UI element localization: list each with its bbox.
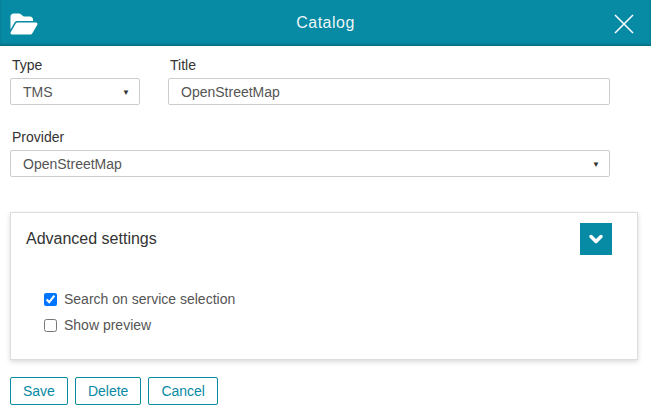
title-label: Title — [170, 57, 610, 73]
option-label: Show preview — [64, 317, 151, 334]
dialog-title: Catalog — [0, 14, 651, 32]
advanced-options: Search on service selection Show preview — [11, 261, 637, 334]
advanced-settings-toggle-button[interactable] — [580, 223, 612, 255]
checkbox-option[interactable]: Search on service selection — [44, 291, 235, 308]
catalog-form: Type TMS ▼ Title Provider OpenStreetMap … — [0, 46, 651, 405]
type-select[interactable]: TMS ▼ — [10, 78, 140, 105]
advanced-settings-header: Advanced settings — [11, 213, 637, 261]
option-label: Search on service selection — [64, 291, 235, 308]
provider-select-value: OpenStreetMap — [23, 156, 122, 172]
title-input[interactable] — [168, 78, 610, 105]
cancel-button[interactable]: Cancel — [148, 377, 218, 405]
type-select-value: TMS — [23, 84, 53, 100]
close-icon — [610, 10, 638, 38]
option-checkbox[interactable] — [44, 319, 57, 332]
folder-open-icon — [8, 11, 40, 37]
type-label: Type — [12, 57, 140, 73]
provider-select[interactable]: OpenStreetMap ▼ — [10, 150, 610, 177]
advanced-settings-panel: Advanced settings Search on service sele… — [10, 212, 638, 360]
dropdown-arrow-icon: ▼ — [122, 87, 130, 96]
save-button[interactable]: Save — [10, 377, 68, 405]
delete-button[interactable]: Delete — [75, 377, 141, 405]
dropdown-arrow-icon: ▼ — [592, 159, 600, 168]
option-checkbox[interactable] — [44, 293, 57, 306]
dialog-header: Catalog — [0, 0, 651, 46]
advanced-settings-title: Advanced settings — [26, 230, 157, 248]
provider-label: Provider — [12, 129, 610, 145]
close-button[interactable] — [609, 9, 639, 39]
checkbox-option[interactable]: Show preview — [44, 317, 151, 334]
chevron-down-icon — [588, 231, 604, 247]
dialog-footer: Save Delete Cancel — [10, 377, 641, 405]
